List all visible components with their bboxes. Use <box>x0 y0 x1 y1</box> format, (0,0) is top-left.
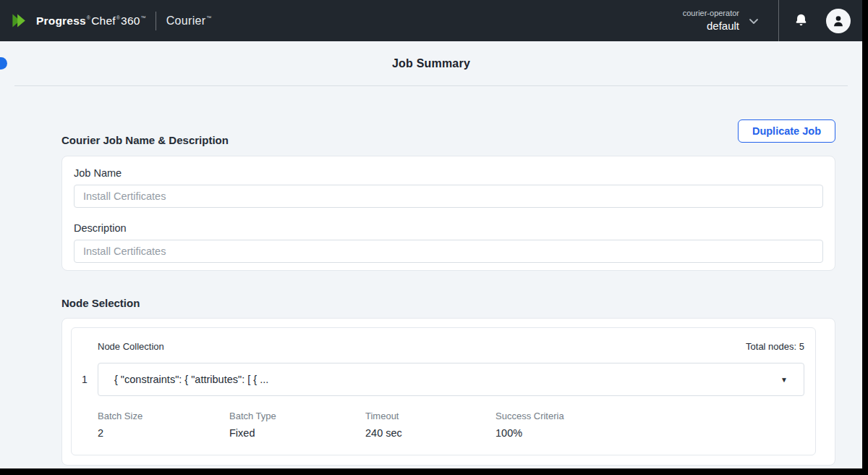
job-name-input[interactable] <box>74 185 823 208</box>
tenant-value-label: default <box>683 19 739 33</box>
stat-value: 2 <box>98 427 229 439</box>
batch-stats-row: Batch Size 2 Batch Type Fixed Timeout 24… <box>98 411 804 439</box>
page-header: Job Summary <box>0 41 862 86</box>
header-right-area: courier-operator default <box>683 0 851 41</box>
duplicate-job-button[interactable]: Duplicate Job <box>738 119 835 143</box>
stat-value: 240 sec <box>365 427 495 439</box>
description-field-group: Description <box>74 222 823 263</box>
title-divider <box>14 85 848 86</box>
stat-label: Batch Type <box>229 411 365 421</box>
job-details-card: Job Name Description <box>61 156 835 271</box>
total-nodes-label: Total nodes: 5 <box>746 341 804 352</box>
product-mark: ™ <box>206 15 211 20</box>
node-section-heading: Node Selection <box>61 297 835 309</box>
node-collection-label: Node Collection <box>98 341 164 352</box>
brand-mark-1: ® <box>87 15 90 20</box>
tenant-org-label: courier-operator <box>683 8 739 19</box>
brand-name: Progress®Chef®360™ <box>36 14 147 28</box>
brand-chef: Chef <box>91 14 116 27</box>
stat-label: Timeout <box>365 411 495 421</box>
node-selection-card: Node Collection Total nodes: 5 1 { "cons… <box>61 318 835 466</box>
chevron-down-icon[interactable] <box>748 15 760 27</box>
node-collection-card: Node Collection Total nodes: 5 1 { "cons… <box>71 327 816 455</box>
bell-icon[interactable] <box>793 13 809 28</box>
page-title: Job Summary <box>0 57 862 70</box>
stat-label: Success Criteria <box>495 411 564 421</box>
top-nav-bar: Progress®Chef®360™ Courier™ courier-oper… <box>0 0 862 41</box>
job-name-label: Job Name <box>74 167 823 179</box>
node-collection-header-row: Node Collection Total nodes: 5 <box>98 341 804 352</box>
job-section-header-row: Courier Job Name & Description Duplicate… <box>61 119 835 146</box>
brand-mark-2: ® <box>116 15 120 20</box>
constraint-dropdown[interactable]: { "constraints": { "attributes": [ { ...… <box>98 363 804 396</box>
stat-batch-size: Batch Size 2 <box>98 411 229 439</box>
stat-success-criteria: Success Criteria 100% <box>495 411 564 439</box>
brand-area: Progress®Chef®360™ Courier™ <box>10 11 213 30</box>
brand-360: 360 <box>121 14 140 27</box>
stat-value: 100% <box>495 427 564 439</box>
product-label: Courier <box>166 14 206 27</box>
constraint-row: 1 { "constraints": { "attributes": [ { .… <box>82 363 804 396</box>
caret-down-icon: ▼ <box>780 376 788 384</box>
description-label: Description <box>74 222 823 234</box>
brand-mark-3: ™ <box>141 15 146 20</box>
user-avatar-icon[interactable] <box>826 9 851 33</box>
tenant-switcher[interactable]: courier-operator default <box>683 8 739 33</box>
description-input[interactable] <box>74 240 823 263</box>
stat-batch-type: Batch Type Fixed <box>229 411 365 439</box>
product-name: Courier™ <box>166 14 213 28</box>
app-window: Progress®Chef®360™ Courier™ courier-oper… <box>0 0 862 468</box>
job-section-heading: Courier Job Name & Description <box>61 134 229 146</box>
row-index: 1 <box>82 374 92 385</box>
brand-progress: Progress <box>36 14 86 27</box>
constraint-preview-text: { "constraints": { "attributes": [ { ... <box>114 374 268 385</box>
stat-value: Fixed <box>229 427 365 439</box>
stat-timeout: Timeout 240 sec <box>365 411 495 439</box>
stat-label: Batch Size <box>98 411 229 421</box>
progress-logo-icon <box>10 11 30 30</box>
header-divider <box>778 0 779 41</box>
main-content: Courier Job Name & Description Duplicate… <box>61 119 835 466</box>
brand-divider <box>156 12 156 30</box>
job-name-field-group: Job Name <box>74 167 823 208</box>
